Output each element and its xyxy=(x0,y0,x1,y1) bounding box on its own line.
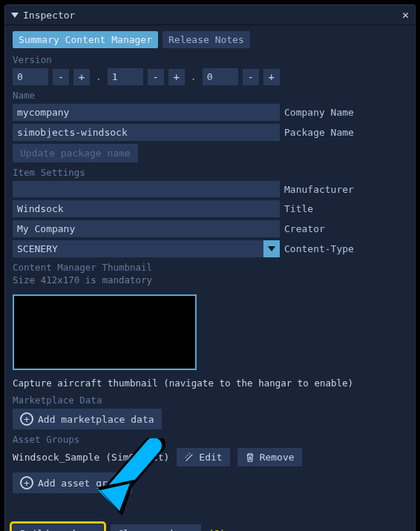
titlebar: Inspector ✕ xyxy=(5,5,415,25)
thumbnail-hint: Size 412x170 is mandatory xyxy=(5,274,415,290)
collapse-icon[interactable] xyxy=(11,13,19,18)
add-marketplace-data-button[interactable]: + Add marketplace data xyxy=(13,409,162,429)
version-dot: . xyxy=(189,71,198,82)
version-patch-decrement[interactable]: - xyxy=(243,69,259,85)
package-name-label: Package Name xyxy=(284,127,354,138)
clean-package-button[interactable]: Clean package xyxy=(111,524,201,531)
manufacturer-input[interactable] xyxy=(13,181,280,197)
version-label: Version xyxy=(5,51,415,67)
marketplace-label: Marketplace Data xyxy=(5,392,415,407)
version-major-decrement[interactable]: - xyxy=(53,69,69,85)
edit-label: Edit xyxy=(199,452,222,463)
version-patch-input[interactable]: 0 xyxy=(203,68,238,85)
inspector-panel: Inspector ✕ Summary Content Manager Rele… xyxy=(4,4,416,531)
trash-icon xyxy=(245,452,255,463)
creator-label: Creator xyxy=(284,223,325,234)
title-input[interactable]: Windsock xyxy=(13,200,280,217)
title-label: Title xyxy=(284,203,313,214)
thumbnail-preview xyxy=(13,294,197,370)
asset-groups-label: Asset Groups xyxy=(5,431,415,446)
manufacturer-label: Manufacturer xyxy=(284,184,354,195)
version-dot: . xyxy=(94,71,103,82)
version-minor-decrement[interactable]: - xyxy=(148,69,164,85)
item-settings-label: Item Settings xyxy=(5,164,415,179)
asset-item: Windsock_Sample (SimObject) xyxy=(13,452,169,463)
thumbnail-caption: Capture aircraft thumbnail (navigate to … xyxy=(5,375,415,392)
package-name-input[interactable]: simobjects-windsock xyxy=(13,124,280,141)
add-marketplace-label: Add marketplace data xyxy=(38,414,154,425)
content-type-value: SCENERY xyxy=(13,240,263,257)
add-asset-group-button[interactable]: + Add asset group xyxy=(13,472,132,493)
help-link[interactable]: (?) xyxy=(209,528,226,531)
name-label: Name xyxy=(5,87,415,102)
version-major-increment[interactable]: + xyxy=(73,69,90,85)
version-major-input[interactable]: 0 xyxy=(13,68,48,85)
tab-summary-content-manager[interactable]: Summary Content Manager xyxy=(13,31,158,48)
company-name-input[interactable]: mycompany xyxy=(13,104,280,121)
remove-label: Remove xyxy=(260,452,295,463)
content-type-label: Content-Type xyxy=(284,243,354,254)
thumbnail-label: Content Manager Thumbnail xyxy=(5,259,415,274)
content-type-select[interactable]: SCENERY xyxy=(13,240,280,257)
chevron-down-icon[interactable] xyxy=(263,240,280,257)
edit-icon xyxy=(184,452,194,463)
update-package-name-button[interactable]: Update package name xyxy=(13,144,138,162)
plus-icon: + xyxy=(20,476,33,489)
plus-icon: + xyxy=(20,412,33,426)
version-patch-increment[interactable]: + xyxy=(263,69,280,85)
creator-input[interactable]: My Company xyxy=(13,220,280,237)
close-icon[interactable]: ✕ xyxy=(402,8,409,22)
version-minor-input[interactable]: 1 xyxy=(108,68,143,85)
company-name-label: Company Name xyxy=(284,107,354,118)
add-asset-group-label: Add asset group xyxy=(38,478,125,489)
version-row: 0 - + . 1 - + . 0 - + xyxy=(5,67,415,87)
version-minor-increment[interactable]: + xyxy=(168,69,185,85)
build-package-button[interactable]: Build package xyxy=(13,524,103,531)
edit-asset-button[interactable]: Edit xyxy=(177,448,229,466)
tab-release-notes[interactable]: Release Notes xyxy=(163,31,250,48)
remove-asset-button[interactable]: Remove xyxy=(237,448,302,466)
tabs: Summary Content Manager Release Notes xyxy=(5,25,415,51)
window-title: Inspector xyxy=(23,10,75,21)
